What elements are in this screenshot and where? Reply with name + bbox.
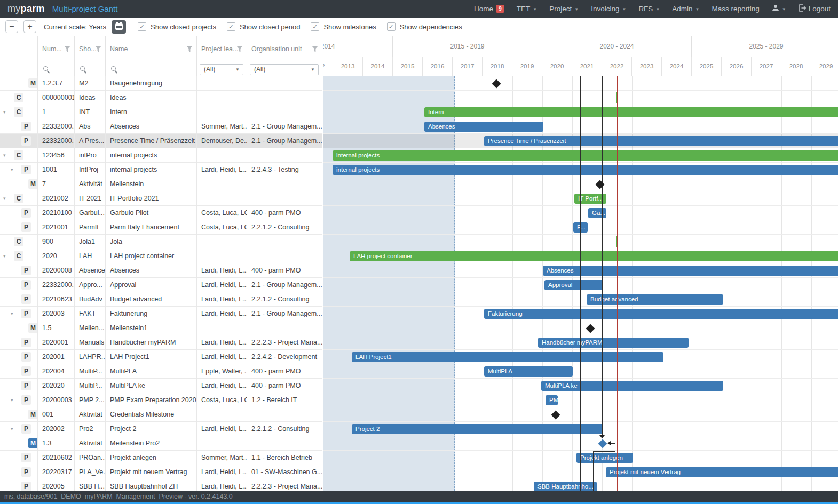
- table-row[interactable]: ▾P20200003PMP 2...PMP Exam Preparation 2…: [0, 393, 322, 407]
- filter-dropdown[interactable]: (All)▼: [250, 64, 319, 75]
- column-filter-cell[interactable]: (All)▼: [197, 63, 247, 76]
- nav-item-rfs[interactable]: RFS▼: [638, 5, 660, 13]
- table-row[interactable]: C000000001IdeasIdeas: [0, 91, 322, 105]
- expand-arrow-icon[interactable]: ▾: [3, 105, 6, 119]
- expand-arrow-icon[interactable]: ▾: [11, 307, 13, 321]
- checkbox-box[interactable]: ✓: [387, 22, 396, 31]
- gantt-bar[interactable]: Handbücher myPARM: [538, 338, 689, 348]
- table-row[interactable]: M001AktivitätCredentials Milestone: [0, 407, 322, 422]
- gantt-bar[interactable]: Project 2: [352, 424, 603, 434]
- gantt-bar[interactable]: Absences: [424, 122, 543, 132]
- table-row[interactable]: ▾P202003FAKTFakturierungLardi, Heidi, L.…: [0, 307, 322, 321]
- table-row[interactable]: ▾C123456intProinternal projects: [0, 148, 322, 163]
- gantt-bar[interactable]: MultiPLA ke: [541, 381, 723, 391]
- calendar-button[interactable]: [112, 20, 126, 34]
- gantt-bar[interactable]: SBB Hauptbahnho...: [534, 482, 597, 491]
- gantt-bar[interactable]: Intern: [424, 107, 838, 117]
- nav-item-admin[interactable]: Admin▼: [672, 5, 699, 13]
- gantt-bar[interactable]: LAH project container: [350, 251, 838, 261]
- table-row[interactable]: P202004MultiP...MultiPLAEpple, Walter, .…: [0, 364, 322, 379]
- filter-icon[interactable]: [186, 46, 193, 52]
- checkbox-show-closed-period[interactable]: ✓Show closed period: [227, 22, 300, 31]
- nav-item-home[interactable]: Home 9: [474, 5, 504, 13]
- gantt-bar[interactable]: Approval: [544, 280, 603, 290]
- column-filter-cell[interactable]: (All)▼: [247, 63, 322, 76]
- cell-short: M2: [75, 76, 106, 91]
- filter-icon[interactable]: [95, 46, 101, 52]
- filter-dropdown[interactable]: (All)▼: [200, 64, 243, 75]
- table-row[interactable]: P202001LAHPR...LAH Project1Lardi, Heidi,…: [0, 350, 322, 364]
- expand-arrow-icon[interactable]: ▾: [3, 148, 6, 163]
- gantt-bar[interactable]: Projekt mit neuem Vertrag: [606, 467, 838, 477]
- checkbox-box[interactable]: ✓: [138, 22, 146, 31]
- gantt-bar[interactable]: Budget advanced: [587, 294, 723, 305]
- table-row[interactable]: P22332000...AbsAbsencesSommer, Mart...2.…: [0, 119, 322, 134]
- checkbox-box[interactable]: ✓: [311, 22, 319, 31]
- table-row[interactable]: M7AktivitätMeilenstein: [0, 177, 322, 191]
- table-row[interactable]: P202020MultiP...MultiPLA keLardi, Heidi,…: [0, 379, 322, 393]
- zoom-in-button[interactable]: +: [23, 20, 36, 33]
- table-row[interactable]: P20220317PLA_Ve...Projekt mit neuem Vert…: [0, 465, 322, 479]
- table-row[interactable]: P20200008AbsenceAbsencesLardi, Heidi, L.…: [0, 263, 322, 278]
- column-search-input[interactable]: [38, 63, 75, 76]
- nav-item-tet[interactable]: TET▼: [517, 5, 537, 13]
- zoom-out-button[interactable]: −: [5, 20, 18, 33]
- column-search-input[interactable]: [75, 63, 106, 76]
- filter-icon[interactable]: [236, 46, 243, 52]
- table-row[interactable]: C900Jola1Jola: [0, 235, 322, 249]
- cell-lead: Lardi, Heidi, L...: [197, 379, 247, 393]
- gantt-bar[interactable]: PM: [546, 395, 558, 405]
- table-row[interactable]: P20210602PROan...Projekt anlegenSommer, …: [0, 451, 322, 465]
- column-header-lead[interactable]: Project lea...: [197, 36, 247, 63]
- expand-arrow-icon[interactable]: ▾: [3, 191, 6, 206]
- table-row[interactable]: ▾C2021002IT 2021IT Portfolio 2021: [0, 191, 322, 206]
- filter-icon[interactable]: [312, 46, 318, 52]
- cell-lead: [197, 91, 247, 105]
- table-row[interactable]: P22332000...Appro...ApprovalLardi, Heidi…: [0, 278, 322, 292]
- gantt-bar[interactable]: internal projects: [333, 165, 838, 175]
- table-row[interactable]: P20210100Garbui...Garbuio PilotCosta, Lu…: [0, 206, 322, 220]
- table-row[interactable]: P22332000...A Pres...Presence Time / Prä…: [0, 134, 322, 148]
- table-row[interactable]: P2021001ParmItParm Italy EhancementCosta…: [0, 220, 322, 235]
- gantt-bar[interactable]: Ga...: [588, 208, 606, 218]
- checkbox-show-closed-projects[interactable]: ✓Show closed projects: [138, 22, 216, 31]
- expand-arrow-icon[interactable]: ▾: [11, 163, 13, 177]
- app-logo[interactable]: myparm: [7, 3, 45, 14]
- table-row[interactable]: ▾P1001IntProjinternal projectsLardi, Hei…: [0, 163, 322, 177]
- nav-item-user[interactable]: ▼: [772, 4, 786, 13]
- column-header-name[interactable]: Name: [106, 36, 197, 63]
- gantt-bar[interactable]: Absences: [543, 266, 838, 276]
- checkbox-show-milestones[interactable]: ✓Show milestones: [311, 22, 376, 31]
- table-row[interactable]: M1.2.3.7M2Baugenehmigung: [0, 76, 322, 91]
- filter-icon[interactable]: [64, 46, 70, 52]
- nav-item-logout[interactable]: Logout: [799, 4, 831, 13]
- nav-item-project[interactable]: Project▼: [549, 5, 579, 13]
- expand-arrow-icon[interactable]: ▾: [11, 393, 13, 407]
- gantt-bar[interactable]: Projekt anlegen: [576, 453, 633, 463]
- table-row[interactable]: P202005SBB H...SBB Hauptbahnhof ZHLardi,…: [0, 479, 322, 491]
- checkbox-box[interactable]: ✓: [227, 22, 235, 31]
- column-search-input[interactable]: [106, 63, 197, 76]
- expand-arrow-icon[interactable]: ▾: [11, 422, 13, 436]
- cell-num: 202004: [38, 364, 75, 379]
- column-header-short[interactable]: Sho...: [75, 36, 106, 63]
- gantt-bar[interactable]: internal projects: [333, 150, 838, 161]
- table-row[interactable]: P20210623BudAdvBudget advancedLardi, Hei…: [0, 292, 322, 307]
- table-row[interactable]: ▾C2020LAHLAH project container: [0, 249, 322, 263]
- nav-item-mass-reporting[interactable]: Mass reporting: [711, 5, 759, 13]
- expand-arrow-icon[interactable]: ▾: [3, 249, 6, 263]
- table-row[interactable]: ▾P202002Pro2Project 2Lardi, Heidi, L...2…: [0, 422, 322, 436]
- gantt-bar[interactable]: MultiPLA: [484, 366, 573, 377]
- gantt-bar[interactable]: Presence Time / Präsenzzeit: [484, 136, 838, 146]
- gantt-bar[interactable]: IT Portf...: [574, 194, 606, 204]
- gantt-bar[interactable]: Fakturierung: [484, 309, 838, 319]
- table-row[interactable]: P2020001ManualsHandbücher myPARMLardi, H…: [0, 335, 322, 350]
- table-row[interactable]: M1.3AktivitätMeilenstein Pro2: [0, 436, 322, 451]
- cell-name: MultiPLA ke: [106, 379, 197, 393]
- checkbox-show-dependencies[interactable]: ✓Show dependencies: [387, 22, 462, 31]
- column-header-org[interactable]: Organisation unit: [247, 36, 322, 63]
- table-row[interactable]: M1.5Meilen...Meilenstein1: [0, 321, 322, 335]
- nav-item-invoicing[interactable]: Invoicing▼: [591, 5, 626, 13]
- column-header-num[interactable]: Num...: [38, 36, 75, 63]
- table-row[interactable]: ▾C1INTIntern: [0, 105, 322, 119]
